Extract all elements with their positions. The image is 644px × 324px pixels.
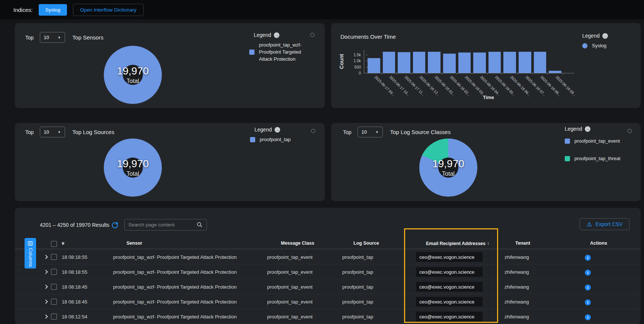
search-input[interactable] bbox=[128, 222, 194, 228]
search-box[interactable] bbox=[124, 219, 207, 231]
legend-items: proofpoint_tap_wzf- Proofpoint Targeted … bbox=[249, 42, 322, 63]
legend-header[interactable]: Legend → bbox=[582, 33, 608, 39]
cell-log-source: proofpoint_tap bbox=[342, 269, 373, 275]
legend-swatch-square[interactable] bbox=[565, 156, 570, 161]
legend-item[interactable]: Syslog bbox=[582, 42, 608, 50]
cell-email-box: ceo@exec.vogon.science bbox=[416, 282, 483, 292]
top-n-controls: Top 10 ▼ Top Log Source Classes bbox=[343, 127, 451, 137]
top-n-select[interactable]: 10 ▼ bbox=[40, 127, 65, 137]
donut-total-value: 19,970 bbox=[117, 158, 149, 170]
top-label: Top bbox=[343, 129, 352, 135]
expand-row-chevron-icon[interactable] bbox=[44, 255, 48, 259]
syslog-index-button[interactable]: Syslog bbox=[39, 4, 67, 16]
refresh-icon bbox=[111, 221, 118, 228]
export-csv-button[interactable]: Export CSV bbox=[580, 218, 629, 230]
top-n-select[interactable]: 10 ▼ bbox=[358, 127, 383, 137]
row-checkbox[interactable] bbox=[51, 269, 57, 275]
expand-row-chevron-icon[interactable] bbox=[44, 270, 48, 274]
legend-header[interactable]: Legend → bbox=[565, 126, 621, 132]
sort-asc-icon: ↑ bbox=[487, 241, 490, 246]
cell-tenant: zhifenwang bbox=[504, 284, 529, 290]
expand-row-chevron-icon[interactable] bbox=[44, 285, 48, 289]
legend-header[interactable]: Legend → bbox=[254, 127, 291, 133]
info-icon[interactable]: i bbox=[585, 299, 591, 305]
top-label: Top bbox=[25, 35, 34, 41]
cell-actions: i bbox=[585, 269, 591, 276]
x-axis-title: Time bbox=[472, 95, 505, 100]
column-header-message-class[interactable]: Message Class bbox=[281, 241, 314, 246]
info-icon[interactable]: i bbox=[585, 285, 591, 290]
cell-actions: i bbox=[585, 254, 591, 261]
cell-tenant: zhifenwang bbox=[504, 254, 529, 260]
cell-message-class: proofpoint_tap_event bbox=[267, 269, 313, 275]
legend-swatch-square[interactable] bbox=[565, 139, 570, 144]
cell-log-source: proofpoint_tap bbox=[342, 254, 373, 260]
top-log-sources-donut-chart[interactable]: 19,970 Total bbox=[104, 139, 162, 197]
panel-options-circle[interactable] bbox=[310, 33, 314, 37]
panel-top-log-sources: Top 10 ▼ Top Log Sources 19,970 Total Le… bbox=[15, 123, 325, 201]
columns-button-label: Columns bbox=[28, 248, 33, 267]
legend-title: Legend bbox=[254, 32, 271, 38]
cell-email-text: ceo@exec.vogon.science bbox=[419, 314, 474, 320]
row-checkbox[interactable] bbox=[51, 254, 57, 260]
cell-log-source: proofpoint_tap bbox=[342, 284, 373, 290]
legend-item[interactable]: proofpoint_tap bbox=[250, 136, 291, 143]
top-label: Top bbox=[25, 129, 34, 135]
legend-swatch-circle[interactable] bbox=[582, 43, 587, 48]
expand-row-chevron-icon[interactable] bbox=[44, 314, 48, 318]
panel-title: Top Log Source Classes bbox=[390, 129, 451, 135]
donut-total-label: Total bbox=[126, 78, 139, 85]
panel-top-log-source-classes: Top 10 ▼ Top Log Source Classes 19,970 T… bbox=[331, 123, 641, 201]
cell-email-box: ceo@exec.vogon.science bbox=[416, 267, 483, 277]
panel-options-circle[interactable] bbox=[628, 129, 632, 133]
legend-title: Legend bbox=[254, 127, 272, 133]
download-icon bbox=[586, 221, 592, 227]
column-header-sensor[interactable]: Sensor bbox=[126, 241, 142, 246]
top-n-controls: Top 10 ▼ Top Log Sources bbox=[25, 127, 114, 137]
columns-table-icon bbox=[28, 241, 33, 246]
chart-legend: Legend → proofpoint_tap_eventproofpoint_… bbox=[565, 126, 621, 162]
top-n-select[interactable]: 10 ▼ bbox=[40, 32, 65, 43]
row-checkbox[interactable] bbox=[51, 314, 57, 320]
cell-email-text: ceo@exec.vogon.science bbox=[419, 284, 474, 290]
info-icon[interactable]: i bbox=[585, 270, 591, 276]
top-log-source-classes-donut-chart[interactable]: 19,970 Total bbox=[419, 139, 477, 197]
top-n-value: 10 bbox=[44, 35, 49, 40]
top-sensors-donut-chart[interactable]: 19,970 Total bbox=[104, 46, 162, 104]
legend-item-label: proofpoint_tap_threat bbox=[574, 155, 621, 162]
panel-options-circle[interactable] bbox=[311, 129, 315, 133]
caret-down-icon: ▼ bbox=[58, 130, 61, 134]
column-header-tenant[interactable]: Tenant bbox=[515, 241, 530, 246]
legend-item[interactable]: proofpoint_tap_threat bbox=[565, 155, 621, 162]
cell-email-box: ceo@exec.vogon.science bbox=[416, 252, 483, 262]
column-header-log-source[interactable]: Log Source bbox=[353, 241, 379, 246]
columns-button[interactable]: Columns bbox=[25, 238, 36, 269]
row-checkbox[interactable] bbox=[51, 284, 57, 290]
info-icon[interactable]: i bbox=[585, 314, 591, 320]
legend-item[interactable]: proofpoint_tap_event bbox=[565, 138, 621, 145]
table-row: 18 08:18:55proofpoint_tap_wzf- Proofpoin… bbox=[15, 264, 641, 279]
legend-item[interactable]: proofpoint_tap_wzf- Proofpoint Targeted … bbox=[249, 42, 322, 63]
column-header-time-partial[interactable]: e bbox=[62, 241, 64, 246]
expand-row-chevron-icon[interactable] bbox=[44, 299, 48, 304]
cell-actions: i bbox=[585, 299, 591, 305]
table-row: 18 08:18:45proofpoint_tap_wzf- Proofpoin… bbox=[15, 279, 641, 294]
donut-center-text: 19,970 Total bbox=[104, 139, 162, 197]
refresh-button[interactable] bbox=[111, 221, 118, 229]
results-count: 4201 – 4250 of 19970 Results bbox=[40, 222, 109, 228]
cell-time: 18 08:18:45 bbox=[62, 284, 87, 290]
cell-message-class: proofpoint_tap_event bbox=[267, 284, 313, 290]
column-header-email-recipient-addresses[interactable]: Email Recipient Addresses↑ bbox=[426, 241, 490, 246]
legend-swatch-square[interactable] bbox=[249, 50, 254, 55]
legend-items: proofpoint_tap bbox=[250, 136, 291, 143]
info-icon[interactable]: i bbox=[585, 255, 591, 261]
select-all-checkbox[interactable] bbox=[51, 241, 57, 247]
legend-item-label: Syslog bbox=[592, 42, 606, 50]
cell-sensor: proofpoint_tap_wzf- Proofpoint Targeted … bbox=[113, 299, 237, 305]
cell-message-class: proofpoint_tap_event bbox=[267, 254, 313, 260]
open-interflow-dictionary-button[interactable]: Open Interflow Dictionary bbox=[73, 4, 144, 16]
legend-swatch-square[interactable] bbox=[250, 137, 255, 142]
results-table-panel: 4201 – 4250 of 19970 Results Export CSV … bbox=[15, 208, 641, 324]
cell-time: 18 08:18:55 bbox=[62, 254, 87, 260]
row-checkbox[interactable] bbox=[51, 299, 57, 305]
